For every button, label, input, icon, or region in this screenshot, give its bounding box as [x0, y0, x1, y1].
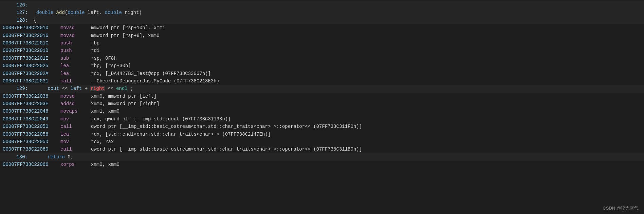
- asm-line-10: 00007FF738C2203E addsd xmm0, mmword ptr …: [0, 100, 644, 108]
- watermark: CSDN @咬光空气: [603, 205, 639, 211]
- asm-line-7: 00007FF738C2202A lea rcx, [_DA4427B3_Tes…: [0, 70, 644, 77]
- asm-line-5: 00007FF738C2201E sub rsp, 0F8h: [0, 55, 644, 62]
- line-num-129: 129:: [14, 85, 31, 92]
- mnem-3: push: [60, 39, 91, 47]
- source-line-128: 128: {: [0, 17, 644, 24]
- asm-line-2: 00007FF738C22016 movsd mmword ptr [rsp+8…: [0, 32, 644, 39]
- asm-line-9: 00007FF738C22036 movsd xmm0, mmword ptr …: [0, 93, 644, 100]
- mnem-11: movaps: [60, 108, 91, 115]
- asm-line-13: 00007FF738C22050 call qword ptr [__imp_s…: [0, 123, 644, 130]
- highlighted-right: right: [90, 86, 105, 91]
- op-15: rcx, rax: [91, 138, 114, 145]
- op-5: rsp, 0F8h: [91, 55, 117, 62]
- line-num-126: 126:: [14, 1, 31, 9]
- op-17: xmm0, xmm0: [91, 161, 119, 168]
- mnem-12: mov: [60, 115, 91, 123]
- addr-15: 00007FF738C2205D: [3, 138, 60, 145]
- addr-8: 00007FF738C22031: [3, 77, 60, 85]
- addr-10: 00007FF738C2203E: [3, 100, 60, 108]
- op-6: rbp, [rsp+30h]: [91, 62, 131, 70]
- mnem-16: call: [60, 145, 91, 153]
- op-8: __CheckForDebuggerJustMyCode (07FF738C21…: [91, 77, 219, 85]
- op-1: mmword ptr [rsp+10h], xmm1: [91, 24, 165, 32]
- asm-line-6: 00007FF738C22025 lea rbp, [rsp+30h]: [0, 62, 644, 70]
- addr-2: 00007FF738C22016: [3, 32, 60, 39]
- op-3: rbp: [91, 39, 99, 47]
- addr-5: 00007FF738C2201E: [3, 55, 60, 62]
- mnem-8: call: [60, 77, 91, 85]
- addr-4: 00007FF738C2201D: [3, 47, 60, 54]
- asm-line-3: 00007FF738C2201C push rbp: [0, 39, 644, 47]
- mnem-13: call: [60, 123, 91, 130]
- op-13: qword ptr [__imp_std::basic_ostream<char…: [91, 123, 362, 130]
- source-line-126: 126:: [0, 1, 644, 9]
- asm-line-15: 00007FF738C2205D mov rcx, rax: [0, 138, 644, 145]
- asm-line-4: 00007FF738C2201D push rdi: [0, 47, 644, 54]
- line-num-127: 127:: [14, 9, 31, 16]
- line-num-128: 128:: [14, 17, 31, 24]
- code-container: 126: 127: double Add(double left, double…: [0, 0, 644, 214]
- asm-line-11: 00007FF738C22046 movaps xmm1, xmm0: [0, 108, 644, 115]
- addr-1: 00007FF738C22010: [3, 24, 60, 32]
- mnem-9: movsd: [60, 93, 91, 100]
- asm-line-16: 00007FF738C22060 call qword ptr [__imp_s…: [0, 145, 644, 153]
- source-line-127: 127: double Add(double left, double righ…: [0, 9, 644, 16]
- asm-line-1: 00007FF738C22010 movsd mmword ptr [rsp+1…: [0, 24, 644, 32]
- addr-6: 00007FF738C22025: [3, 62, 60, 70]
- mnem-17: xorps: [60, 161, 91, 168]
- op-2: mmword ptr [rsp+8], xmm0: [91, 32, 160, 39]
- op-16: qword ptr [__imp_std::basic_ostream<char…: [91, 145, 362, 153]
- asm-line-12: 00007FF738C22049 mov rcx, qword ptr [__i…: [0, 115, 644, 123]
- mnem-2: movsd: [60, 32, 91, 39]
- addr-14: 00007FF738C22056: [3, 131, 60, 138]
- source-line-130: 130: return 0;: [0, 153, 644, 161]
- addr-3: 00007FF738C2201C: [3, 39, 60, 47]
- asm-line-17: 00007FF738C22066 xorps xmm0, xmm0: [0, 161, 644, 168]
- mnem-6: lea: [60, 62, 91, 70]
- line-num-130: 130:: [14, 153, 31, 161]
- mnem-5: sub: [60, 55, 91, 62]
- op-10: xmm0, mmword ptr [right]: [91, 100, 160, 108]
- op-11: xmm1, xmm0: [91, 108, 119, 115]
- mnem-1: movsd: [60, 24, 91, 32]
- op-9: xmm0, mmword ptr [left]: [91, 93, 157, 100]
- mnem-14: lea: [60, 131, 91, 138]
- source-line-129: 129: cout << left + right << endl ;: [0, 85, 644, 92]
- mnem-15: mov: [60, 138, 91, 145]
- addr-11: 00007FF738C22046: [3, 108, 60, 115]
- op-7: rcx, [_DA4427B3_Test@cpp (07FF738C33067h…: [91, 70, 211, 77]
- mnem-10: addsd: [60, 100, 91, 108]
- mnem-4: push: [60, 47, 91, 54]
- op-12: rcx, qword ptr [__imp_std::cout (07FF738…: [91, 115, 231, 123]
- addr-13: 00007FF738C22050: [3, 123, 60, 130]
- addr-7: 00007FF738C2202A: [3, 70, 60, 77]
- addr-17: 00007FF738C22066: [3, 161, 60, 168]
- addr-9: 00007FF738C22036: [3, 93, 60, 100]
- op-4: rdi: [91, 47, 99, 54]
- asm-line-8: 00007FF738C22031 call __CheckForDebugger…: [0, 77, 644, 85]
- addr-16: 00007FF738C22060: [3, 145, 60, 153]
- op-14: rdx, [std::endl<char,std::char_traits<ch…: [91, 131, 271, 138]
- mnem-7: lea: [60, 70, 91, 77]
- addr-12: 00007FF738C22049: [3, 115, 60, 123]
- asm-line-14: 00007FF738C22056 lea rdx, [std::endl<cha…: [0, 131, 644, 138]
